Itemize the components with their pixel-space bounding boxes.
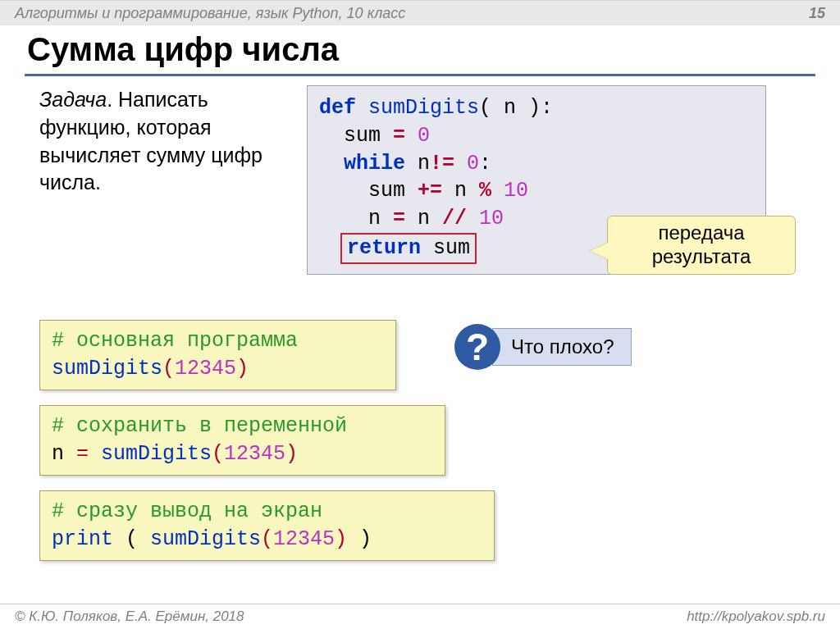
callout-result: передача результата: [607, 216, 796, 275]
paren-close: ): [285, 442, 298, 466]
paren-close: ): [236, 357, 249, 381]
task-text: Задача. Написать функцию, которая вычисл…: [39, 86, 285, 197]
fn-name: sumDigits: [52, 357, 162, 381]
code-text: sum: [344, 124, 393, 148]
num: 10: [467, 207, 504, 230]
comment: # сразу вывод на экран: [52, 498, 482, 526]
fn-name: sumDigits: [101, 442, 212, 466]
footer-copyright: © К.Ю. Поляков, Е.А. Ерёмин, 2018: [15, 608, 244, 625]
code-text: sum: [421, 236, 470, 260]
breadcrumb: Алгоритмы и программирование, язык Pytho…: [15, 5, 405, 22]
callout-line-2: результата: [619, 245, 783, 269]
example-main: # основная программа sumDigits(12345): [39, 320, 396, 390]
paren-open: (: [261, 527, 273, 551]
code-text: n: [405, 152, 430, 175]
fn-name: sumDigits: [150, 527, 261, 551]
task-label: Задача: [39, 88, 107, 111]
op-mod: %: [479, 179, 491, 203]
op-assign: =: [76, 442, 89, 466]
op-assign: =: [393, 207, 405, 230]
page-title: Сумма цифр числа: [27, 31, 339, 68]
topbar: Алгоритмы и программирование, язык Pytho…: [0, 0, 840, 25]
code-text: ): [347, 527, 372, 551]
example-line: print ( sumDigits(12345) ): [52, 526, 482, 554]
footer-url: http://kpolyakov.spb.ru: [687, 608, 825, 625]
code-text: ( n ):: [479, 96, 553, 120]
code-text: n: [442, 179, 479, 203]
question-callout: ? Что плохо?: [454, 324, 632, 370]
code-line-3: while n!= 0:: [319, 150, 754, 178]
num: 0: [454, 152, 479, 175]
footer: © К.Ю. Поляков, Е.А. Ерёмин, 2018 http:/…: [0, 604, 840, 629]
num: 0: [405, 124, 430, 148]
page-number: 15: [809, 5, 825, 22]
kw-while: while: [344, 152, 405, 175]
kw-return: return: [347, 236, 421, 260]
return-frame: return sum: [340, 233, 477, 264]
code-line-1: def sumDigits( n ):: [319, 94, 754, 122]
code-text: sum: [368, 179, 418, 203]
op-plus-assign: +=: [418, 179, 442, 203]
code-text: n: [368, 207, 393, 230]
num: 10: [491, 179, 528, 203]
example-print: # сразу вывод на экран print ( sumDigits…: [39, 490, 495, 561]
question-mark-icon: ?: [454, 324, 500, 370]
example-line: n = sumDigits(12345): [52, 440, 433, 468]
example-store: # сохранить в переменной n = sumDigits(1…: [39, 405, 445, 476]
num: 12345: [224, 442, 285, 466]
code-line-2: sum = 0: [319, 122, 754, 150]
code-text: n: [52, 442, 76, 466]
num: 12345: [175, 357, 236, 381]
num: 12345: [273, 527, 335, 551]
title-underline: [25, 74, 815, 76]
code-text: n: [405, 207, 442, 230]
code-line-4: sum += n % 10: [319, 177, 754, 205]
paren-close: ): [335, 527, 347, 551]
paren-open: (: [162, 357, 175, 381]
paren-open: (: [212, 442, 224, 466]
callout-line-1: передача: [619, 221, 783, 245]
op-neq: !=: [430, 152, 454, 175]
op-intdiv: //: [442, 207, 467, 230]
comment: # основная программа: [52, 327, 384, 355]
comment: # сохранить в переменной: [52, 412, 433, 440]
kw-def: def: [319, 96, 356, 120]
fn-name: sumDigits: [356, 96, 479, 120]
question-text: Что плохо?: [492, 328, 632, 366]
slide: Алгоритмы и программирование, язык Pytho…: [0, 0, 840, 629]
example-line: sumDigits(12345): [52, 355, 384, 383]
fn-print: print: [52, 527, 113, 551]
op-assign: =: [393, 124, 405, 148]
code-text: (: [113, 527, 150, 551]
code-text: [89, 442, 101, 466]
code-text: :: [479, 152, 491, 175]
